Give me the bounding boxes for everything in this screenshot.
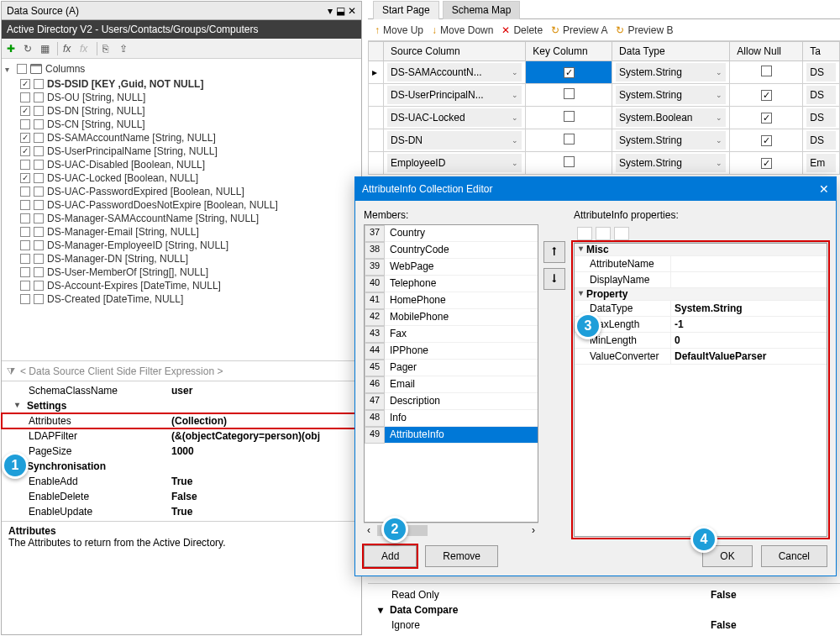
- tree-item[interactable]: DS-Manager-SAMAccountName [String, NULL]: [5, 212, 358, 225]
- source-dropdown[interactable]: DS-UAC-Locked⌄: [387, 108, 522, 127]
- prop-ldapfilter[interactable]: LDAPFilter (&(objectCategory=person)(obj: [2, 428, 361, 444]
- tree-item[interactable]: DS-Account-Expires [DateTime, NULL]: [5, 279, 358, 292]
- caret-down-icon[interactable]: ▾: [15, 400, 27, 412]
- tab-schemamap[interactable]: Schema Map: [443, 1, 521, 19]
- checkbox[interactable]: [20, 106, 30, 116]
- fx-icon[interactable]: fx: [63, 43, 75, 55]
- allownull-checkbox[interactable]: [761, 135, 772, 146]
- add-icon[interactable]: ✚: [7, 43, 18, 55]
- prop-cat-settings[interactable]: ▾ Settings: [2, 398, 361, 413]
- prop-attributes[interactable]: Attributes (Collection): [2, 413, 361, 428]
- prop-cat-sync[interactable]: ▾ Synchronisation: [2, 459, 361, 474]
- checkbox[interactable]: [20, 254, 30, 264]
- previewa-button[interactable]: ↻Preview A: [551, 24, 607, 36]
- copy-icon[interactable]: ⎘: [102, 43, 114, 55]
- list-item[interactable]: 48Info: [365, 410, 538, 427]
- pg-attributename[interactable]: AttributeName: [575, 256, 827, 272]
- table-row[interactable]: ▸ DS-SAMAccountN...⌄ System.String⌄ DS: [369, 61, 840, 84]
- list-item[interactable]: 40Telephone: [365, 276, 538, 292]
- tree-item[interactable]: DS-Created [DateTime, NULL]: [5, 292, 358, 306]
- source-dropdown[interactable]: DS-DN⌄: [387, 131, 522, 150]
- delete-button[interactable]: ✕Delete: [501, 24, 543, 36]
- table-row[interactable]: DS-DN⌄ System.String⌄ DS: [369, 129, 840, 152]
- dialog-titlebar[interactable]: AttributeInfo Collection Editor ✕: [355, 177, 836, 201]
- tree-item[interactable]: DS-UAC-Disabled [Boolean, NULL]: [5, 158, 358, 171]
- caret-down-icon[interactable]: ▾: [5, 65, 13, 74]
- table-row[interactable]: DS-UAC-Locked⌄ System.Boolean⌄ DS: [369, 107, 840, 129]
- tree-item[interactable]: DS-Manager-DN [String, NULL]: [5, 252, 358, 265]
- datatype-dropdown[interactable]: System.String⌄: [616, 131, 726, 150]
- schema-grid[interactable]: Source Column Key Column Data Type Allow…: [368, 41, 840, 175]
- col-key[interactable]: Key Column: [526, 42, 612, 61]
- alphabetical-icon[interactable]: [596, 227, 611, 240]
- checkbox[interactable]: [20, 133, 30, 143]
- allownull-checkbox[interactable]: [761, 158, 772, 169]
- target-dropdown[interactable]: DS: [806, 63, 836, 81]
- key-checkbox[interactable]: [564, 156, 575, 167]
- key-checkbox[interactable]: [564, 111, 575, 122]
- checkbox[interactable]: [20, 213, 30, 223]
- source-dropdown[interactable]: DS-UserPrincipalN...⌄: [387, 86, 522, 104]
- list-item[interactable]: 38CountryCode: [365, 242, 538, 259]
- checkbox[interactable]: [20, 200, 30, 210]
- refresh-icon[interactable]: ↻: [24, 43, 35, 55]
- export-icon[interactable]: ⇪: [119, 43, 131, 55]
- list-item[interactable]: 41HomePhone: [365, 292, 538, 309]
- tree-item[interactable]: DS-DN [String, NULL]: [5, 104, 358, 118]
- cancel-button[interactable]: Cancel: [761, 545, 827, 567]
- movedown-button[interactable]: ↓Move Down: [432, 24, 493, 36]
- previewb-button[interactable]: ↻Preview B: [616, 24, 673, 36]
- grid-icon[interactable]: ▦: [40, 43, 52, 55]
- list-item[interactable]: 39WebPage: [365, 259, 538, 276]
- list-item[interactable]: 46Email: [365, 376, 538, 393]
- target-dropdown[interactable]: DS: [806, 131, 836, 150]
- tree-root[interactable]: ▾ Columns: [5, 62, 358, 76]
- prop-pagesize[interactable]: PageSize 1000: [2, 444, 361, 459]
- key-checkbox[interactable]: [564, 88, 575, 99]
- filter-row[interactable]: ⧩ < Data Source Client Side Filter Expre…: [2, 361, 361, 381]
- datatype-dropdown[interactable]: System.String⌄: [616, 86, 726, 104]
- tree-item[interactable]: DS-SAMAccountName [String, NULL]: [5, 131, 358, 145]
- categorized-icon[interactable]: [577, 227, 592, 240]
- columns-tree[interactable]: ▾ Columns DS-DSID [KEY ,Guid, NOT NULL]D…: [2, 59, 361, 361]
- pg-maxlength[interactable]: MaxLength-1: [575, 317, 827, 333]
- remove-button[interactable]: Remove: [425, 545, 498, 567]
- tree-item[interactable]: DS-OU [String, NULL]: [5, 91, 358, 104]
- pg-cat-misc[interactable]: ▾Misc: [575, 244, 827, 256]
- list-item[interactable]: 43Fax: [365, 326, 538, 343]
- checkbox[interactable]: [20, 173, 30, 183]
- target-dropdown[interactable]: DS: [806, 108, 836, 127]
- checkbox[interactable]: [20, 267, 30, 277]
- list-item[interactable]: 49AttributeInfo: [365, 427, 538, 444]
- target-dropdown[interactable]: DS: [806, 86, 836, 104]
- tree-item[interactable]: DS-UAC-PasswordExpired [Boolean, NULL]: [5, 185, 358, 198]
- tree-item[interactable]: DS-Manager-Email [String, NULL]: [5, 225, 358, 239]
- moveup-button[interactable]: ↑Move Up: [375, 24, 423, 36]
- tree-item[interactable]: DS-User-MemberOf [String[], NULL]: [5, 265, 358, 279]
- pg-displayname[interactable]: DisplayName: [575, 272, 827, 288]
- tree-item[interactable]: DS-UserPrincipalName [String, NULL]: [5, 145, 358, 158]
- checkbox[interactable]: [20, 92, 30, 102]
- pg-datatype[interactable]: DataTypeSystem.String: [575, 301, 827, 317]
- lp-mode[interactable]: Mode TargetNotEqual: [368, 633, 840, 636]
- checkbox[interactable]: [17, 64, 27, 74]
- prop-enabledelete[interactable]: EnableDelete False: [2, 489, 361, 504]
- caret-down-icon[interactable]: ▾: [378, 604, 390, 616]
- table-row[interactable]: DS-UserPrincipalN...⌄ System.String⌄ DS: [369, 84, 840, 107]
- checkbox[interactable]: [20, 281, 30, 291]
- tree-item[interactable]: DS-DSID [KEY ,Guid, NOT NULL]: [5, 77, 358, 91]
- checkbox[interactable]: [20, 119, 30, 129]
- tree-item[interactable]: DS-UAC-Locked [Boolean, NULL]: [5, 171, 358, 185]
- prop-enableupdate[interactable]: EnableUpdate True: [2, 504, 361, 519]
- list-item[interactable]: 37Country: [365, 225, 538, 242]
- col-datatype[interactable]: Data Type: [612, 42, 730, 61]
- tree-item[interactable]: DS-CN [String, NULL]: [5, 118, 358, 131]
- pg-valueconverter[interactable]: ValueConverterDefaultValueParser: [575, 349, 827, 365]
- list-item[interactable]: 44IPPhone: [365, 343, 538, 360]
- tree-item[interactable]: DS-Manager-EmployeeID [String, NULL]: [5, 239, 358, 252]
- source-dropdown[interactable]: DS-SAMAccountN...⌄: [387, 63, 522, 81]
- checkbox[interactable]: [20, 240, 30, 250]
- lp-readonly[interactable]: Read Only False: [368, 587, 840, 602]
- pg-cat-property[interactable]: ▾Property: [575, 288, 827, 301]
- allownull-checkbox[interactable]: [761, 66, 772, 76]
